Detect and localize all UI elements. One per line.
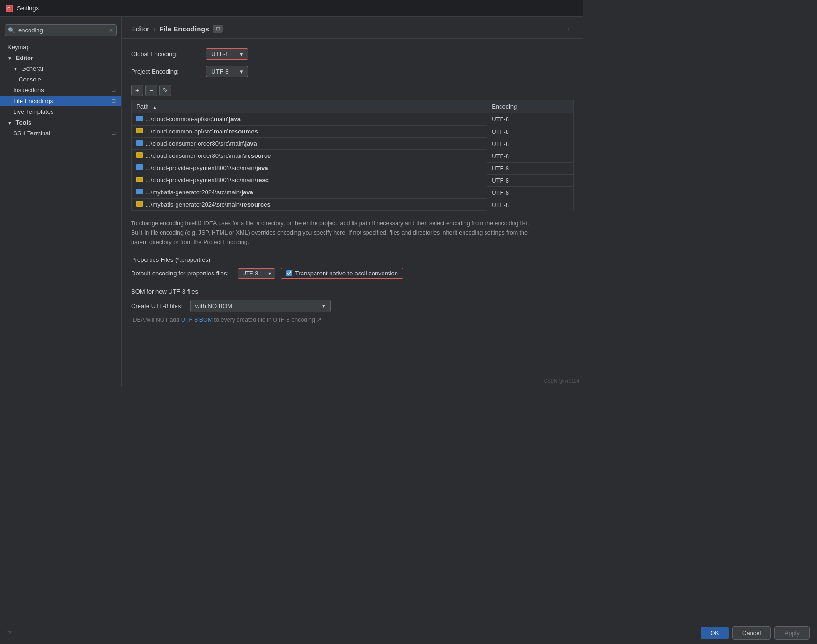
- default-encoding-dropdown[interactable]: UTF-8 ▾: [238, 268, 275, 279]
- sidebar-item-file-encodings[interactable]: File Encodings ⊟: [0, 96, 121, 106]
- sidebar-item-editor[interactable]: ▼ Editor: [0, 52, 121, 63]
- sidebar-item-console[interactable]: Console: [0, 74, 121, 85]
- clear-search-button[interactable]: ✕: [109, 27, 113, 34]
- project-encoding-arrow: ▾: [240, 68, 243, 75]
- path-column-header[interactable]: Path ▲: [132, 100, 487, 113]
- sidebar-item-inspections-label: Inspections: [13, 87, 44, 94]
- svg-rect-5: [136, 140, 143, 146]
- sidebar-item-ssh-terminal[interactable]: SSH Terminal ⊟: [0, 128, 121, 139]
- project-encoding-dropdown[interactable]: UTF-8 ▾: [206, 66, 248, 77]
- sidebar-item-tools[interactable]: ▼ Tools: [0, 117, 121, 128]
- java-folder-icon: [136, 164, 143, 171]
- encoding-cell: UTF-8: [487, 186, 573, 199]
- table-row: ...\mybatis-generator2024\src\main\resou…: [132, 199, 574, 211]
- encoding-cell: UTF-8: [487, 162, 573, 174]
- project-encoding-value: UTF-8: [211, 68, 229, 75]
- transparent-conversion-checkbox[interactable]: [286, 270, 292, 276]
- path-text: ...\cloud-consumer-order80\src\main\java: [146, 140, 257, 147]
- sidebar-item-file-encodings-label: File Encodings: [13, 97, 53, 104]
- global-encoding-row: Global Encoding: UTF-8 ▾: [131, 48, 574, 60]
- path-cell: ...\mybatis-generator2024\src\main\java: [132, 186, 487, 199]
- svg-rect-11: [136, 189, 143, 194]
- encoding-cell: UTF-8: [487, 199, 573, 211]
- table-row: ...\cloud-common-api\src\main\javaUTF-8: [132, 113, 574, 126]
- content-area: Editor › File Encodings ⊟ ← Global Encod…: [122, 17, 583, 387]
- svg-text:D: D: [7, 7, 11, 11]
- svg-rect-9: [136, 177, 143, 182]
- encoding-cell: UTF-8: [487, 138, 573, 150]
- table-row: ...\cloud-common-api\src\main\resourcesU…: [132, 126, 574, 138]
- info-text: To change encoding IntelliJ IDEA uses fo…: [131, 219, 534, 247]
- default-encoding-arrow: ▾: [268, 270, 271, 277]
- sidebar-item-console-label: Console: [19, 76, 41, 83]
- sidebar-item-keymap[interactable]: Keymap: [0, 42, 121, 52]
- bom-dropdown-arrow: ▾: [322, 303, 325, 310]
- java-folder-icon: [136, 116, 143, 123]
- path-cell: ...\cloud-consumer-order80\src\main\reso…: [132, 150, 487, 162]
- collapse-arrow-editor: ▼: [7, 56, 12, 61]
- table-row: ...\cloud-consumer-order80\src\main\java…: [132, 138, 574, 150]
- create-utf8-label: Create UTF-8 files:: [131, 303, 183, 310]
- bom-note-prefix: IDEA will NOT add: [131, 317, 181, 323]
- title-bar: D Settings: [0, 0, 583, 17]
- sidebar-item-general[interactable]: ▼ General: [0, 63, 121, 74]
- path-text: ...\cloud-consumer-order80\src\main\reso…: [146, 152, 271, 159]
- table-row: ...\mybatis-generator2024\src\main\javaU…: [132, 186, 574, 199]
- resource-folder-icon: [136, 152, 143, 159]
- default-encoding-label: Default encoding for properties files:: [131, 270, 228, 277]
- global-encoding-arrow: ▾: [240, 51, 243, 58]
- bom-section-title: BOM for new UTF-8 files: [131, 288, 574, 295]
- ssh-settings-icon: ⊟: [111, 130, 116, 136]
- java-folder-icon: [136, 140, 143, 147]
- sidebar-item-general-label: ▼ General: [13, 65, 43, 72]
- sidebar-item-keymap-label: Keymap: [7, 44, 30, 51]
- sidebar-item-live-templates[interactable]: Live Templates: [0, 106, 121, 117]
- path-text: ...\cloud-provider-payment8001\src\main\…: [146, 177, 269, 184]
- sidebar: 🔍 ✕ Keymap ▼ Editor ▼ General Console: [0, 17, 122, 387]
- breadcrumb-editor: Editor: [131, 25, 149, 33]
- watermark: CSDN @mr0104: [544, 378, 579, 384]
- path-text: ...\cloud-common-api\src\main\resources: [146, 128, 258, 135]
- svg-rect-3: [136, 128, 143, 133]
- encoding-cell: UTF-8: [487, 174, 573, 186]
- path-text: ...\mybatis-generator2024\src\main\java: [146, 189, 253, 196]
- search-box: 🔍 ✕: [5, 24, 117, 36]
- path-cell: ...\cloud-consumer-order80\src\main\java: [132, 138, 487, 150]
- bom-row: Create UTF-8 files: with NO BOM ▾: [131, 300, 574, 312]
- search-input[interactable]: [5, 24, 117, 36]
- file-encodings-settings-icon: ⊟: [111, 98, 116, 104]
- bom-dropdown[interactable]: with NO BOM ▾: [190, 300, 331, 312]
- properties-section-title: Properties Files (*.properties): [131, 256, 574, 263]
- sidebar-item-editor-label: Editor: [16, 54, 34, 61]
- sort-arrow: ▲: [152, 104, 157, 110]
- sidebar-collapse-editor: ▼ Editor: [7, 54, 33, 61]
- breadcrumb-file-encodings: File Encodings: [159, 25, 209, 33]
- app-icon: D: [6, 5, 13, 12]
- default-encoding-value: UTF-8: [242, 270, 258, 277]
- back-button[interactable]: ←: [566, 24, 574, 33]
- table-row: ...\cloud-provider-payment8001\src\main\…: [132, 162, 574, 174]
- path-cell: ...\cloud-common-api\src\main\resources: [132, 126, 487, 138]
- search-icon: 🔍: [8, 27, 15, 34]
- breadcrumb-icon: ⊟: [213, 25, 223, 33]
- encoding-table: Path ▲ Encoding ...\cloud-common-api\src…: [131, 100, 574, 211]
- edit-button[interactable]: ✎: [159, 85, 171, 96]
- add-button[interactable]: +: [131, 85, 143, 96]
- svg-rect-12: [136, 201, 143, 207]
- remove-button[interactable]: −: [145, 85, 157, 96]
- path-text: ...\mybatis-generator2024\src\main\resou…: [146, 201, 271, 208]
- resource-folder-icon: [136, 201, 143, 208]
- breadcrumb-separator: ›: [153, 25, 155, 33]
- inspections-settings-icon: ⊟: [111, 87, 116, 93]
- global-encoding-dropdown[interactable]: UTF-8 ▾: [206, 48, 248, 60]
- path-text: ...\cloud-provider-payment8001\src\main\…: [146, 164, 268, 171]
- sidebar-item-ssh-label: SSH Terminal: [13, 130, 50, 137]
- transparent-conversion-checkbox-label[interactable]: Transparent native-to-ascii conversion: [281, 268, 403, 279]
- sidebar-item-inspections[interactable]: Inspections ⊟: [0, 85, 121, 96]
- bom-note-link[interactable]: UTF-8 BOM: [181, 317, 213, 323]
- path-cell: ...\cloud-common-api\src\main\java: [132, 113, 487, 126]
- resource-folder-icon: [136, 177, 143, 184]
- table-row: ...\cloud-consumer-order80\src\main\reso…: [132, 150, 574, 162]
- svg-rect-6: [136, 152, 143, 158]
- java-folder-icon: [136, 189, 143, 196]
